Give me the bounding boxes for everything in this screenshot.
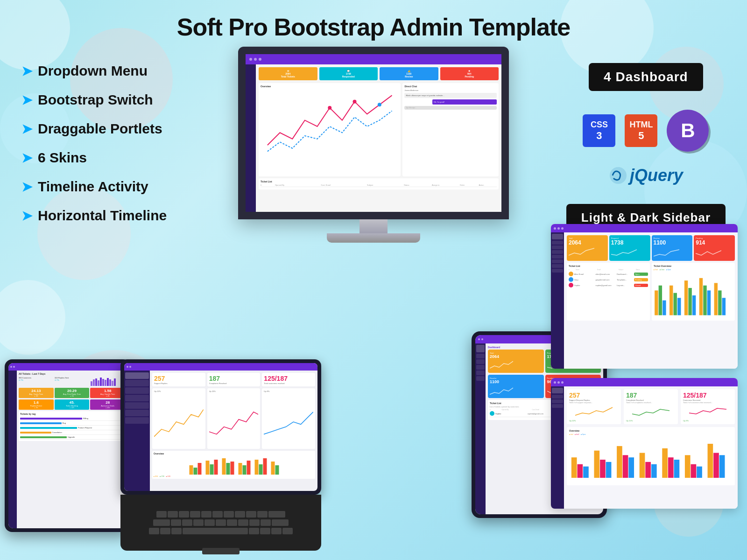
svg-rect-51 (600, 460, 606, 478)
avatar (569, 272, 573, 276)
key (190, 511, 200, 518)
dashboard-preview: ✉ 2064 Total Tickets 💬 1738 Responded 👍 … (246, 54, 501, 212)
sidebar-item (125, 380, 149, 386)
tickets-by-tag-title: Tickets by tag (20, 413, 124, 415)
header-dot (127, 366, 128, 368)
sidebar-item (552, 250, 563, 254)
feature-label: Timeline Activity (38, 179, 148, 195)
tag-item: Feature Request (20, 426, 124, 430)
monitor-screen: ✉ 2064 Total Tickets 💬 1738 Responded 👍 … (238, 47, 509, 219)
header-dot (554, 381, 556, 384)
tc-charts: Up 22% Up 15% Up 8% (152, 388, 315, 449)
chart-label: Overview (261, 85, 399, 88)
desktop-stat-pending: Pending 914 (694, 235, 735, 261)
tickets-by-tag: Tickets by tag Billing Bug Feature Reque… (19, 411, 125, 441)
svg-rect-44 (714, 283, 718, 315)
sidebar-item (552, 395, 563, 399)
feature-list: ➤ Dropdown Menu ➤ Bootstrap Switch ➤ Dra… (21, 63, 167, 224)
svg-rect-49 (583, 467, 589, 478)
tag-item: Cancelation (20, 430, 124, 435)
sidebar-item (476, 354, 485, 358)
page-title: Soft Pro Bootstrap Admin Template (0, 13, 747, 41)
svg-rect-11 (107, 378, 109, 386)
svg-rect-6 (95, 378, 97, 386)
tablet-screen: All Tickets - Last 7 Days 360 Customers⊙… (8, 363, 127, 528)
chat-user: James Anderson (404, 89, 497, 91)
arrow-icon: ➤ (21, 208, 32, 224)
num-card: 125/187 Customers Received Total # of cu… (681, 389, 735, 424)
sidebar-item (125, 402, 149, 409)
sidebar-item (552, 234, 563, 239)
tag-item: Billing (20, 416, 124, 421)
sidebar-item (552, 388, 563, 393)
tablet-body: All Tickets - Last 7 Days 360 Customers⊙… (8, 371, 127, 528)
key (193, 519, 204, 526)
header-dot (557, 381, 560, 384)
svg-rect-22 (226, 463, 230, 475)
chat-label: Direct Chat (404, 85, 497, 88)
svg-rect-36 (674, 293, 677, 315)
key (224, 511, 234, 518)
overview-label: Overview (569, 429, 733, 432)
svg-rect-14 (114, 378, 116, 386)
key (238, 519, 248, 526)
feature-label: Dropdown Menu (38, 63, 148, 79)
svg-rect-43 (707, 290, 711, 315)
svg-rect-58 (651, 464, 657, 478)
sidebar-item (125, 387, 149, 394)
feature-item: ➤ Dropdown Menu (21, 63, 167, 79)
tablet-keyboard (120, 495, 321, 551)
bar-chart-overview (154, 456, 314, 475)
sidebar-item (125, 395, 149, 401)
stat-card-review: 👍 1100 Review (380, 67, 438, 80)
svg-rect-31 (275, 465, 279, 475)
svg-rect-62 (685, 455, 691, 478)
avg-first-reply-stat: 20.29 Avg. First Reply Time ⊙ 6% (55, 388, 90, 398)
svg-rect-20 (214, 460, 218, 475)
chat-input[interactable]: Type Message... (404, 106, 497, 110)
svg-rect-18 (206, 461, 210, 475)
svg-rect-5 (93, 379, 95, 386)
num-value: 125/187 (683, 392, 733, 399)
key (246, 511, 256, 518)
svg-rect-12 (109, 379, 111, 386)
sidebar-item (476, 359, 485, 364)
desktop-sidebar-2 (551, 386, 564, 509)
svg-rect-9 (102, 379, 104, 386)
key (212, 511, 223, 518)
replies-stat: 324 Replies Sent⊙ 7% (55, 377, 89, 386)
up-stat: Up 22% (569, 420, 619, 422)
stat-card-pending: ✖ 964 Pending (440, 67, 499, 80)
desktop-stat-row: Total 2064 Respond 1738 Review 1100 (567, 235, 735, 261)
key (216, 519, 226, 526)
avatar (569, 283, 573, 287)
desktop-main-2: 257 Support Request Replies Total # of s… (564, 386, 738, 509)
monitor-base (327, 233, 420, 243)
sidebar-item (552, 264, 563, 268)
header-dot (249, 58, 252, 61)
svg-point-3 (610, 167, 627, 184)
bar-chart (569, 436, 733, 483)
sidebar-item (476, 371, 485, 375)
tag-item: Bug (20, 421, 124, 426)
keyboard-rows (125, 498, 317, 547)
up-stat: Up 15% (626, 420, 676, 422)
desktop-body: Total 2064 Respond 1738 Review 1100 (551, 232, 738, 369)
tablet-main: All Tickets - Last 7 Days 360 Customers⊙… (17, 371, 127, 528)
key (160, 528, 170, 534)
header-dot (554, 227, 556, 230)
mini-bar-chart (91, 377, 125, 386)
monitor-neck (359, 219, 388, 233)
key (168, 511, 178, 518)
feature-label: Draggable Portlets (38, 121, 162, 137)
chart-svg (261, 89, 399, 164)
desktop-ticket-overview: Ticket Overview ■ Total ■ Close ■ Open (652, 263, 735, 321)
ticket-list-title: Ticket List (261, 180, 497, 183)
svg-rect-35 (669, 286, 673, 315)
keyboard-row (125, 511, 317, 518)
svg-rect-64 (697, 467, 702, 478)
sidebar-item (552, 404, 563, 408)
chat-reply: Ok, I'm good! (432, 99, 497, 105)
sidebar-item (125, 410, 149, 416)
dash-body: ✉ 2064 Total Tickets 💬 1738 Responded 👍 … (246, 64, 501, 212)
